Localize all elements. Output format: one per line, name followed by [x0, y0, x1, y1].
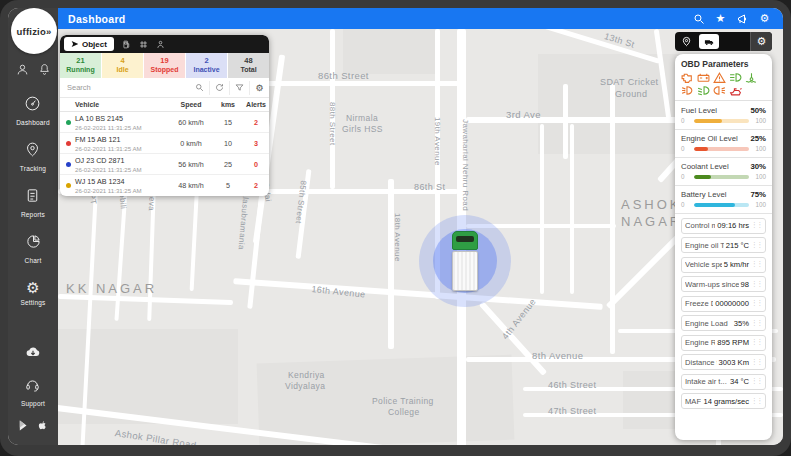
brand-logo[interactable]: uffizio» [11, 8, 57, 54]
obd-param-row[interactable]: Control m...09:16 hrs⋮⋮ [681, 218, 766, 234]
pie-chart-icon [25, 233, 42, 254]
obd-param-row[interactable]: Freeze DTC00000000⋮⋮ [681, 296, 766, 312]
driver-icon[interactable] [156, 40, 165, 49]
vehicle-toggle[interactable] [699, 34, 719, 49]
gauge-min: 0 [681, 201, 691, 208]
obd-param-row[interactable]: Distance t...3003 Km⋮⋮ [681, 354, 766, 370]
search-icon[interactable] [189, 81, 209, 95]
sidebar-item-tracking[interactable]: Tracking [20, 141, 46, 172]
map-label: Jawaharlal Nehru Road [461, 119, 470, 211]
drag-handle-icon[interactable]: ⋮⋮ [751, 359, 762, 366]
map-label: Girls HSS [342, 124, 383, 134]
drag-handle-icon[interactable]: ⋮⋮ [751, 242, 762, 249]
map-label: Nirmala [346, 113, 378, 123]
tab-object[interactable]: Object [64, 37, 114, 51]
drag-handle-icon[interactable]: ⋮⋮ [751, 261, 762, 268]
drag-handle-icon[interactable]: ⋮⋮ [751, 378, 762, 385]
table-header: Vehicle Speed kms Alerts [60, 98, 269, 112]
app-container: 86th Street13th StSDAT CricketGround7th … [8, 8, 783, 445]
search-row: ⚙ [60, 78, 269, 98]
map-label: 86th Street [318, 70, 369, 81]
table-row[interactable]: WJ 15 AB 123426-02-2021 11:31:25 AM48 km… [60, 175, 269, 196]
map-label: Vidyalaya [285, 381, 325, 391]
bell-icon[interactable] [38, 62, 51, 80]
obd-panel: OBD Parameters Fuel Level50%0100Engine O… [675, 54, 772, 440]
sidebar-item-label: Reports [21, 211, 45, 218]
map-label: Ashok Pillar Road [114, 427, 197, 445]
refresh-icon[interactable] [209, 81, 229, 95]
fuel-station-icon[interactable] [122, 40, 131, 49]
table-row[interactable]: FM 15 AB 12126-02-2021 11:31:25 AM0 km/h… [60, 133, 269, 154]
drag-handle-icon[interactable]: ⋮⋮ [751, 222, 762, 229]
param-value: 34 °C [730, 377, 749, 386]
settings-icon[interactable]: ⚙ [758, 12, 771, 25]
stat-inactive[interactable]: 2Inactive [186, 53, 228, 78]
param-label: Engine RPM [685, 338, 715, 347]
sidebar-item-settings[interactable]: ⚙ Settings [20, 279, 45, 306]
map-label: College [388, 407, 420, 417]
drag-handle-icon[interactable]: ⋮⋮ [751, 339, 762, 346]
google-play-icon[interactable] [19, 417, 29, 435]
drag-handle-icon[interactable]: ⋮⋮ [751, 398, 762, 405]
obd-param-row[interactable]: Engine RPM895 RPM⋮⋮ [681, 335, 766, 351]
stat-total[interactable]: 48Total [228, 53, 269, 78]
stat-idle[interactable]: 4Idle [102, 53, 144, 78]
vehicle-timestamp: 26-02-2021 11:31:25 AM [75, 145, 142, 152]
vehicle-timestamp: 26-02-2021 11:31:25 AM [75, 166, 142, 173]
obd-gauge: Battery Level75%0100 [681, 189, 766, 210]
vehicle-table-body: LA 10 BS 214526-02-2021 11:31:25 AM60 km… [60, 112, 269, 196]
stat-running[interactable]: 21Running [60, 53, 102, 78]
drag-handle-icon[interactable]: ⋮⋮ [751, 281, 762, 288]
obd-param-row[interactable]: Intake air t...34 °C⋮⋮ [681, 374, 766, 390]
navigation-arrow-icon [71, 40, 79, 48]
map-label: 19th Avenue [433, 117, 442, 166]
warning-icons-row-2 [681, 85, 766, 96]
vehicle-name: FM 15 AB 121 [75, 135, 142, 144]
apple-icon[interactable] [37, 417, 47, 435]
high-beam-icon [729, 72, 742, 83]
broadcast-icon[interactable] [736, 12, 749, 25]
drag-handle-icon[interactable]: ⋮⋮ [751, 320, 762, 327]
obd-param-row[interactable]: MAF a...14 grams/sec⋮⋮ [681, 393, 766, 409]
param-value: 3003 Km [719, 358, 749, 367]
vehicle-speed: 56 km/h [169, 160, 213, 169]
vehicle-name: LA 10 BS 2145 [75, 114, 142, 123]
warning-triangle-icon [713, 72, 726, 83]
vehicle-alerts: 2 [243, 181, 269, 190]
star-icon[interactable]: ★ [714, 12, 727, 25]
location-pin-toggle[interactable] [675, 32, 697, 51]
obd-params-list: Control m...09:16 hrs⋮⋮Engine oil Te...2… [681, 218, 766, 410]
obd-param-row[interactable]: Warm-ups since...98⋮⋮ [681, 276, 766, 292]
param-label: Intake air t... [685, 377, 728, 386]
obd-param-row[interactable]: Engine Load35%⋮⋮ [681, 315, 766, 331]
sidebar-item-reports[interactable]: Reports [21, 187, 45, 218]
obd-param-row[interactable]: Vehicle spe...5 km/hr⋮⋮ [681, 257, 766, 273]
sidebar-item-support[interactable]: Support [21, 376, 45, 407]
gauge-max: 100 [752, 117, 766, 124]
stat-stopped[interactable]: 19Stopped [144, 53, 186, 78]
sidebar-item-chart[interactable]: Chart [25, 233, 42, 264]
sidebar-item-dashboard[interactable]: Dashboard [16, 95, 50, 126]
gauge-label: Fuel Level [681, 106, 717, 115]
table-row[interactable]: OJ 23 CD 287126-02-2021 11:31:25 AM56 km… [60, 154, 269, 175]
table-row[interactable]: LA 10 BS 214526-02-2021 11:31:25 AM60 km… [60, 112, 269, 133]
gear-icon[interactable]: ⚙ [249, 81, 269, 95]
speedometer-icon [24, 95, 41, 116]
obd-settings-icon[interactable]: ⚙ [750, 32, 772, 51]
user-icon[interactable] [16, 62, 29, 80]
cloud-download-button[interactable] [22, 344, 44, 364]
obd-gauge: Engine Oil Level25%0100 [681, 133, 766, 154]
rear-fog-light-icon [713, 85, 726, 96]
vehicle-kms: 25 [213, 160, 243, 169]
drag-handle-icon[interactable]: ⋮⋮ [751, 300, 762, 307]
map-label: Police Training [372, 396, 434, 406]
search-input[interactable] [60, 83, 189, 92]
obd-param-row[interactable]: Engine oil Te...215 °C⋮⋮ [681, 237, 766, 253]
vehicle-speed: 48 km/h [169, 181, 213, 190]
document-icon [24, 187, 41, 208]
vehicle-kms: 5 [213, 181, 243, 190]
filter-icon[interactable] [229, 81, 249, 95]
search-icon[interactable] [692, 12, 705, 25]
grid-icon[interactable] [139, 40, 148, 49]
param-value: 35% [734, 319, 749, 328]
